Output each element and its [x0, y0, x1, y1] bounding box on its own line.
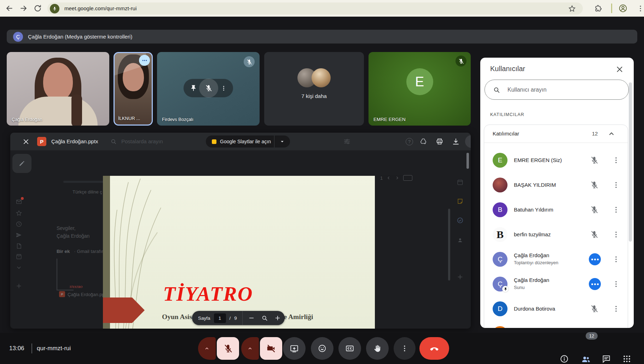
- mic-off-icon: [590, 230, 599, 239]
- participant-role: Toplantıyı düzenleyen: [514, 260, 558, 265]
- attachment-viewer-window: P Çağla Erdoğan.pptx Postalarda arayın G…: [10, 133, 471, 329]
- snoozed-icon: [16, 221, 22, 227]
- apps-grid-icon: [622, 354, 632, 364]
- activities-apps-button[interactable]: [622, 354, 632, 364]
- camera-options-button[interactable]: [241, 337, 259, 360]
- participant-options-button[interactable]: [612, 280, 620, 288]
- video-tile-overflow[interactable]: 7 kişi daha: [264, 52, 364, 126]
- video-tile-emre[interactable]: E EMRE ERGEN: [369, 52, 471, 126]
- open-with-slides-button[interactable]: Google Slaytlar ile açın: [206, 135, 274, 148]
- reactions-button[interactable]: [311, 337, 333, 360]
- print-button[interactable]: [435, 133, 444, 150]
- video-tile-cagla[interactable]: Çağla Erdoğan: [7, 52, 109, 126]
- video-tile-ilknur[interactable]: İLKNUR ...: [114, 52, 153, 126]
- presenter-avatar: Ç: [13, 32, 23, 42]
- browser-menu-button[interactable]: [636, 4, 644, 13]
- pin-icon: [190, 85, 197, 92]
- caret-down-icon: [279, 138, 285, 145]
- zoom-in-button[interactable]: [274, 314, 281, 322]
- avatar: Ç: [493, 252, 507, 267]
- meeting-details-button[interactable]: [559, 354, 569, 364]
- browser-toolbar: meet.google.com/qur-mmzt-rui: [0, 0, 644, 17]
- page-controls: Sayfa / 9: [192, 311, 285, 325]
- panel-close-button[interactable]: [615, 65, 625, 74]
- participant-options-button[interactable]: [612, 230, 620, 239]
- avatar: D: [493, 301, 507, 316]
- present-screen-icon: [290, 344, 299, 353]
- viewer-scrollbar-thumb[interactable]: [466, 153, 469, 169]
- viewer-close-button[interactable]: [22, 133, 30, 150]
- captions-button[interactable]: [338, 337, 361, 360]
- page-total: 9: [234, 316, 237, 321]
- participants-card: Katılımcılar 12 E EMRE ERGEN (Siz) BAŞAK: [484, 125, 628, 328]
- star-icon: [568, 5, 576, 13]
- avatar: B: [493, 202, 507, 217]
- tile-name-label: Çağla Erdoğan: [12, 117, 42, 122]
- chat-panel-button[interactable]: [602, 354, 611, 364]
- leave-call-button[interactable]: [419, 337, 449, 360]
- mic-off-icon: [246, 59, 253, 65]
- viewer-more-options-button[interactable]: [465, 135, 471, 148]
- browser-profile-button[interactable]: [618, 4, 627, 12]
- mic-toggle-button[interactable]: [217, 337, 239, 360]
- panel-title: Kullanıcılar: [490, 65, 525, 73]
- browser-reload-button[interactable]: [33, 4, 42, 13]
- add-to-drive-button[interactable]: [419, 133, 428, 150]
- participant-search-input[interactable]: [507, 86, 614, 93]
- gmail-compose-chip: [12, 154, 31, 173]
- video-tile-firdevs[interactable]: Firdevs Bozçalı: [157, 52, 260, 126]
- participant-name: Çağla Erdoğan: [514, 252, 549, 258]
- gmail-scrollbar-thumb[interactable]: [448, 209, 450, 281]
- participant-options-button[interactable]: [612, 305, 620, 313]
- browser-back-button[interactable]: [5, 4, 14, 13]
- panel-scrollbar-thumb[interactable]: [629, 82, 632, 242]
- starred-icon: [16, 210, 22, 216]
- zoom-out-button[interactable]: [248, 314, 255, 322]
- powerpoint-file-icon: P: [37, 137, 46, 146]
- bookmark-star-button[interactable]: [568, 4, 577, 13]
- url-text: meet.google.com/qur-mmzt-rui: [64, 2, 137, 15]
- people-panel-button[interactable]: [581, 354, 591, 364]
- kebab-menu-icon: [468, 138, 471, 145]
- page-label: Sayfa: [198, 316, 210, 321]
- participant-row: Ç Çağla Erdoğan Toplantıyı düzenleyen: [484, 247, 628, 272]
- participant-search-box[interactable]: [485, 80, 629, 100]
- close-icon: [615, 65, 624, 74]
- tab-mic-active-icon: [50, 4, 59, 13]
- tile-muted-badge: [244, 56, 255, 67]
- page-number-input[interactable]: [214, 313, 226, 323]
- search-icon: [110, 138, 117, 145]
- raise-hand-button[interactable]: [366, 337, 389, 360]
- chat-icon: [602, 354, 611, 364]
- tile-more-options-button[interactable]: [220, 85, 227, 92]
- more-options-button[interactable]: [394, 337, 416, 360]
- zoom-tool-button[interactable]: [261, 314, 268, 322]
- present-screen-button[interactable]: [283, 337, 306, 360]
- download-button[interactable]: [452, 133, 460, 150]
- mic-off-icon: [590, 205, 599, 214]
- clock-time: 13:06: [9, 333, 24, 364]
- participant-options-button[interactable]: [612, 156, 620, 164]
- participant-options-button[interactable]: [612, 255, 620, 264]
- collapse-group-button[interactable]: [607, 129, 616, 138]
- address-bar[interactable]: meet.google.com/qur-mmzt-rui: [47, 2, 583, 15]
- participant-options-button[interactable]: [612, 206, 620, 214]
- tile-options-button[interactable]: [139, 55, 150, 66]
- mic-options-button[interactable]: [198, 337, 216, 360]
- avatar-letter: Ç: [498, 280, 503, 288]
- add-to-drive-icon: [419, 137, 428, 146]
- extensions-button[interactable]: [594, 4, 603, 13]
- participant-options-button[interactable]: [612, 181, 620, 189]
- download-icon: [452, 137, 460, 146]
- tile-muted-badge: [456, 56, 466, 67]
- participant-row: Ç Çağla Erdoğan Sunu: [484, 272, 628, 296]
- participants-group-header[interactable]: Katılımcılar 12: [484, 125, 628, 143]
- camera-toggle-button[interactable]: [260, 337, 282, 360]
- attachment-note: · Gmail tarafın: [74, 249, 104, 254]
- group-label: Katılımcılar: [493, 125, 519, 143]
- browser-forward-button[interactable]: [19, 4, 28, 13]
- close-icon: [22, 138, 30, 145]
- pin-tile-button[interactable]: [190, 85, 197, 92]
- open-with-dropdown-button[interactable]: [274, 135, 290, 148]
- mute-participant-button[interactable]: [199, 79, 218, 98]
